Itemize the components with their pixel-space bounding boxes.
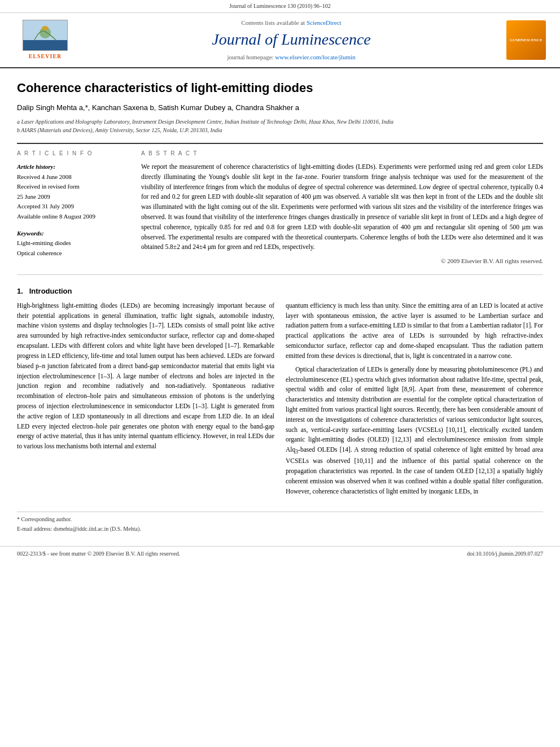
available-date: Available online 8 August 2009 — [17, 212, 130, 222]
main-content: Coherence characteristics of light-emitt… — [0, 68, 560, 546]
svg-point-3 — [42, 26, 49, 30]
intro-text-right: quantum efficiency is much less than uni… — [286, 301, 543, 361]
abstract-text: We report the measurement of coherence c… — [141, 162, 543, 252]
journal-citation-bar: Journal of Luminescence 130 (2010) 96–10… — [0, 0, 560, 13]
journal-title: Journal of Luminescence — [79, 28, 504, 50]
corresponding-author-note: * Corresponding author. — [17, 516, 543, 523]
journal-citation: Journal of Luminescence 130 (2010) 96–10… — [229, 3, 331, 9]
journal-title-section: Contents lists available at ScienceDirec… — [79, 19, 504, 62]
luminescence-badge: LUMINESCENCE — [506, 20, 546, 60]
copyright-notice: © 2009 Elsevier B.V. All rights reserved… — [141, 257, 543, 265]
intro-col-right: quantum efficiency is much less than uni… — [286, 301, 543, 500]
keyword-2: Optical coherence — [17, 248, 130, 259]
page-footer: 0022-2313/$ - see front matter © 2009 El… — [0, 546, 560, 561]
abstract-column: A B S T R A C T We report the measuremen… — [141, 150, 543, 266]
elsevier-logo: ELSEVIER — [11, 20, 79, 60]
elsevier-graphic — [23, 20, 68, 51]
article-info-header: A R T I C L E I N F O — [17, 150, 130, 158]
received-revised-label: Received in revised form — [17, 182, 130, 192]
keywords-label: Keywords: — [17, 229, 130, 239]
homepage-label: journal homepage: — [227, 54, 273, 60]
keyword-1: Light-emitting diodes — [17, 238, 130, 248]
received-date: Received 4 June 2008 — [17, 172, 130, 182]
intro-heading: Introduction — [29, 287, 72, 295]
elsevier-logo-section: ELSEVIER — [11, 20, 79, 60]
science-direct-link[interactable]: ScienceDirect — [307, 19, 342, 26]
footer-issn: 0022-2313/$ - see front matter © 2009 El… — [17, 550, 180, 558]
header-divider — [17, 143, 543, 144]
accepted-date: Accepted 31 July 2009 — [17, 202, 130, 212]
intro-body: High-brightness light-emitting diodes (L… — [17, 301, 543, 500]
journal-homepage: journal homepage: www.elsevier.com/locat… — [79, 53, 504, 62]
intro-title: 1. Introduction — [17, 286, 543, 296]
revised-date: 25 June 2009 — [17, 192, 130, 202]
elsevier-text: ELSEVIER — [29, 53, 62, 60]
article-keywords: Keywords: Light-emitting diodes Optical … — [17, 229, 130, 259]
email-note: E-mail address: dsmehta@iddc.iitd.ac.in … — [17, 525, 543, 533]
affiliations: a Laser Applications and Holography Labo… — [17, 117, 543, 134]
footer-doi: doi:10.1016/j.jlumin.2009.07.027 — [467, 550, 543, 558]
abstract-header: A B S T R A C T — [141, 150, 543, 158]
authors-line: Dalip Singh Mehta a,*, Kanchan Saxena b,… — [17, 103, 543, 113]
contents-available: Contents lists available at ScienceDirec… — [79, 19, 504, 27]
article-info-column: A R T I C L E I N F O Article history: R… — [17, 150, 130, 266]
email-label: E-mail address: — [17, 526, 52, 532]
info-abstract-section: A R T I C L E I N F O Article history: R… — [17, 150, 543, 266]
contents-text: Contents lists available at — [241, 19, 305, 26]
intro-text-right-2: Optical characterization of LEDs is gene… — [286, 365, 543, 497]
journal-badge-section: LUMINESCENCE — [504, 20, 549, 60]
introduction-section: 1. Introduction High-brightness light-em… — [17, 286, 543, 500]
article-history: Article history: Received 4 June 2008 Re… — [17, 162, 130, 222]
intro-number: 1. — [17, 287, 23, 295]
intro-col-left: High-brightness light-emitting diodes (L… — [17, 301, 274, 500]
authors-text: Dalip Singh Mehta a,*, Kanchan Saxena b,… — [17, 103, 299, 112]
article-title: Coherence characteristics of light-emitt… — [17, 80, 543, 97]
corresponding-author-label: * Corresponding author. — [17, 516, 72, 522]
footnotes: * Corresponding author. E-mail address: … — [17, 512, 543, 533]
journal-header: ELSEVIER Contents lists available at Sci… — [0, 13, 560, 68]
section-divider — [17, 274, 543, 275]
badge-text: LUMINESCENCE — [510, 38, 542, 42]
history-label: Article history: — [17, 163, 55, 170]
affiliation-a: a Laser Applications and Holography Labo… — [17, 117, 543, 126]
svg-rect-1 — [23, 40, 67, 50]
email-value: dsmehta@iddc.iitd.ac.in (D.S. Mehta). — [54, 526, 141, 532]
intro-text-left: High-brightness light-emitting diodes (L… — [17, 301, 274, 452]
affiliation-b: b AIARS (Materials and Devices), Amity U… — [17, 126, 543, 134]
homepage-url[interactable]: www.elsevier.com/locate/jlumin — [275, 54, 355, 60]
